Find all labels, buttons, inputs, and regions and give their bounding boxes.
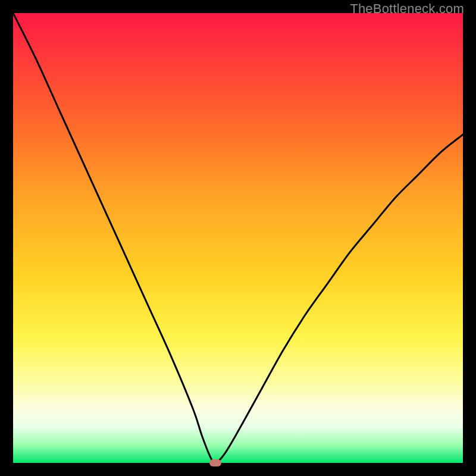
chart-frame: TheBottleneck.com	[0, 0, 476, 476]
bottleneck-curve	[13, 13, 463, 463]
plot-area	[13, 13, 463, 463]
optimal-point-marker	[209, 459, 221, 466]
